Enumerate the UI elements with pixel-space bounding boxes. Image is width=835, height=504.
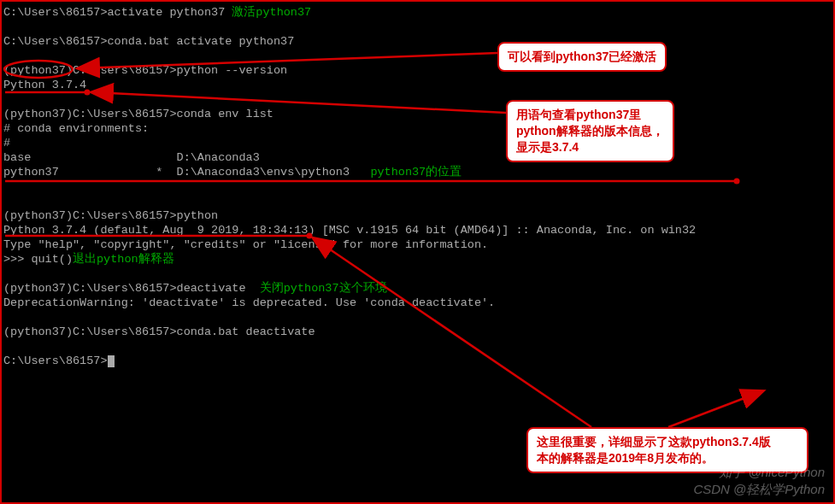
cursor-block [108,355,115,367]
watermark: 知乎 @nicePython CSDN @轻松学Python [693,464,825,497]
svg-line-11 [668,391,762,427]
callout-activated: 可以看到python37已经激活 [497,42,667,72]
terminal-output[interactable]: C:\Users\86157>activate python37 激活pytho… [3,5,832,368]
callout-version: 用语句查看python37里 python解释器的版本信息， 显示是3.7.4 [506,100,674,162]
